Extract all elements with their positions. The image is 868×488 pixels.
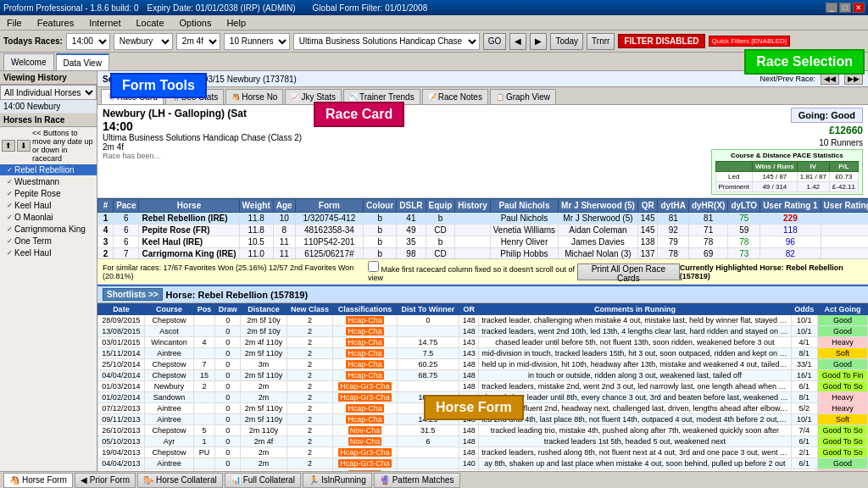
close-button[interactable]: ✕ — [853, 3, 865, 13]
sidebar: Viewing History All Individual Horses 14… — [0, 71, 97, 471]
race-time: 14:00 — [103, 119, 302, 133]
horse-nav-arrows: ⬆ ⬇ << Buttons to move any date up or do… — [0, 127, 97, 164]
table-row[interactable]: Pepite Rose (FR) — [139, 225, 239, 236]
form-table-wrapper[interactable]: Date Course Pos Draw Distance New Class … — [97, 303, 868, 471]
next-race-button[interactable]: ▶▶ — [844, 73, 863, 85]
table-row[interactable]: 1 — [98, 213, 114, 225]
col-dslr: DSLR — [397, 199, 426, 213]
time-select[interactable]: 14:00 — [66, 33, 110, 50]
distance-select[interactable]: 2m 4f — [176, 33, 220, 50]
horse-item-wuestmann[interactable]: ✓ Wuestmann — [0, 176, 97, 188]
race-name-select[interactable]: Ultima Business Solutions Handicap Chase… — [293, 33, 480, 50]
form-col-distwinner: Dist To Winner — [397, 304, 459, 315]
menu-internet[interactable]: Internet — [86, 17, 124, 29]
sub-tab-graph-view[interactable]: 📋 Graph View — [490, 89, 556, 104]
form-col-pos: Pos — [194, 304, 215, 315]
islnrunning-icon: 🏃 — [309, 475, 319, 485]
form-col-comment: Comments in Running — [479, 304, 791, 315]
horse-up-button[interactable]: ⬆ — [2, 140, 15, 152]
bottom-tab-horse-collateral[interactable]: 🐎 Horse Collateral — [137, 473, 223, 488]
race-notes-icon: 📝 — [428, 93, 437, 101]
horse-item-oneterm[interactable]: ✓ One Term — [0, 236, 97, 247]
list-item: 07/12/2013 — [98, 403, 145, 414]
horse-form-title: Horse: Rebel Rebellion (157819) — [166, 290, 309, 300]
runners-select[interactable]: 10 Runners — [224, 33, 290, 50]
minimize-button[interactable]: _ — [826, 3, 837, 13]
bottom-tab-prior-form[interactable]: ◀ Prior Form — [75, 473, 136, 488]
bottom-tab-full-collateral[interactable]: 📊 Full Collateral — [225, 473, 301, 488]
list-item: 05/10/2013 — [98, 436, 145, 447]
prev-button[interactable]: ◀ — [509, 33, 526, 50]
currently-highlighted: Currently Highlighted Horse: Rebel Rebel… — [680, 263, 863, 280]
tab-welcome[interactable]: Welcome — [3, 53, 54, 70]
horse-item-carrignmorna[interactable]: ✓ Carrignmorna King — [0, 224, 97, 236]
shortlists-button[interactable]: Shortlists >> — [103, 288, 163, 301]
sub-tab-race-notes[interactable]: 📝 Race Notes — [422, 89, 488, 104]
race-selection-badge: Race Selection — [744, 49, 865, 75]
list-item: 01/03/2014 — [98, 381, 145, 392]
go-button[interactable]: GO — [483, 33, 507, 50]
bottom-tab-horse-form[interactable]: 🐴 Horse Form — [3, 473, 73, 488]
col-ur1: User Rating 1 — [760, 199, 821, 213]
bottom-tab-pattern-matches[interactable]: 🔮 Pattern Matches — [374, 473, 460, 488]
horse-item-keelhaul2[interactable]: ✓ Keel Haul — [0, 247, 97, 259]
history-dropdown[interactable]: All Individual Horses — [0, 85, 97, 100]
col-equip: Equip — [426, 199, 455, 213]
pattern-matches-icon: 🔮 — [380, 475, 390, 485]
race-history-item[interactable]: 14:00 Newbury — [0, 100, 97, 114]
race-table-wrapper[interactable]: # Pace Horse Weight Age Form Colour DSLR… — [97, 198, 868, 258]
col-num: # — [98, 199, 114, 213]
table-row[interactable]: 2 — [98, 248, 114, 259]
runners-count: 10 Runners — [819, 138, 863, 147]
bottom-tab-bar: 🐴 Horse Form ◀ Prior Form 🐎 Horse Collat… — [0, 471, 868, 488]
list-item: 04/04/2013 — [98, 458, 145, 469]
form-col-or: OR — [459, 304, 479, 315]
form-col-class: Classifications — [333, 304, 397, 315]
form-col-dist: Distance — [241, 304, 287, 315]
col-jockey: Paul Nichols — [490, 199, 558, 213]
col-qr: QR — [637, 199, 658, 213]
menu-options[interactable]: Options — [176, 17, 215, 29]
horse-item-maonlai[interactable]: ✓ O Maonlai — [0, 212, 97, 224]
next-prev-label: Next/Prev Race: — [760, 75, 815, 83]
table-row[interactable]: 3 — [98, 236, 114, 248]
race-card-table: # Pace Horse Weight Age Form Colour DSLR… — [97, 198, 868, 258]
tab-data-view[interactable]: Data View — [56, 53, 109, 70]
prev-race-button[interactable]: ◀◀ — [821, 73, 839, 85]
viewing-history-header: Viewing History — [0, 71, 97, 85]
col-history: History — [455, 199, 490, 213]
horse-down-button[interactable]: ⬇ — [17, 140, 31, 152]
trnrr-button[interactable]: Trnrr — [587, 33, 615, 50]
list-item: 09/03/2013 — [98, 469, 145, 472]
menu-features[interactable]: Features — [34, 17, 77, 29]
col-dylto: dyLTO — [728, 199, 760, 213]
form-col-course: Course — [144, 304, 193, 315]
menu-help[interactable]: Help — [223, 17, 249, 29]
form-col-odds: Odds — [791, 304, 818, 315]
list-item: 26/10/2013 — [98, 425, 145, 436]
col-horse: Horse — [139, 199, 239, 213]
next-button[interactable]: ▶ — [530, 33, 547, 50]
race-distance: 2m 4f — [103, 142, 302, 152]
list-item: 09/11/2013 — [98, 414, 145, 425]
horse-item-keel[interactable]: ✓ Keel Haul — [0, 200, 97, 212]
maximize-button[interactable]: □ — [839, 3, 851, 13]
sub-tab-horse-notes[interactable]: 🐴 Horse No — [225, 89, 283, 104]
horse-item-rebel[interactable]: ✓ Rebel Rebellion — [0, 164, 97, 176]
menu-locate[interactable]: Locate — [132, 17, 167, 29]
print-cards-button[interactable]: Print All Open Race Cards — [577, 263, 680, 280]
menu-file[interactable]: File — [3, 17, 25, 29]
horse-item-pepite[interactable]: ✓ Pepite Rose — [0, 188, 97, 200]
make-first-checkbox[interactable] — [368, 261, 379, 272]
similar-races-text: For similar races: 17/67 Favorites Won (… — [103, 263, 368, 280]
today-button[interactable]: Today — [550, 33, 583, 50]
venue-select[interactable]: Newbury — [114, 33, 173, 50]
list-item: 04/04/2014 — [98, 370, 145, 381]
table-row[interactable]: 4 — [98, 225, 114, 236]
bottom-tab-islnrunning[interactable]: 🏃 IslnRunning — [303, 473, 372, 488]
table-row[interactable]: Rebel Rebellion (IRE) — [139, 213, 239, 225]
horse-notes-icon: 🐴 — [231, 93, 240, 101]
col-ur2: User Rating 2 — [821, 199, 868, 213]
table-row[interactable]: Carrigmorna King (IRE) — [139, 248, 239, 259]
table-row[interactable]: Keel Haul (IRE) — [139, 236, 239, 248]
